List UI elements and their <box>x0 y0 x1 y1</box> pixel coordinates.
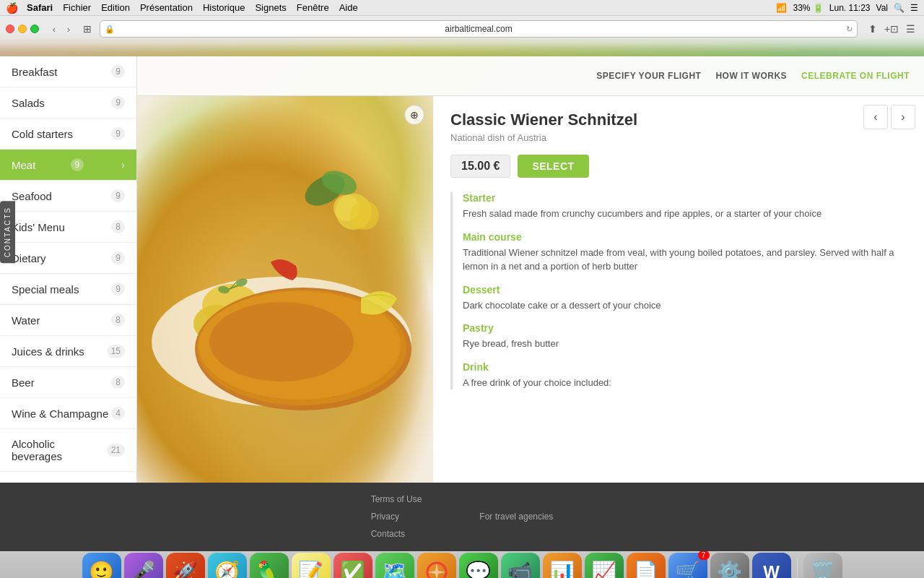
apple-menu[interactable]: 🍎 <box>6 2 18 14</box>
dock-launchpad[interactable]: 🚀 <box>166 553 205 578</box>
sidebar-toggle-button[interactable]: ⊞ <box>79 21 95 37</box>
address-bar[interactable]: 🔒 airbalticmeal.com ↻ <box>100 20 858 38</box>
nav-how-it-works[interactable]: HOW IT WORKS <box>715 71 787 81</box>
dock-messages[interactable]: 💬 <box>459 553 498 578</box>
course-description: Dark chocolate cake or a dessert of your… <box>463 298 907 313</box>
forward-button[interactable]: › <box>62 22 75 35</box>
user-name: Val <box>876 3 888 13</box>
nav-item-meat[interactable]: Meat 9 › <box>0 150 136 181</box>
nav-item-kids-menu[interactable]: Kids' Menu 8 <box>0 212 136 243</box>
nav-item-dietary[interactable]: Dietary 9 <box>0 243 136 274</box>
dock-word[interactable]: W <box>752 553 791 578</box>
dock-bird-app[interactable]: 🦜 <box>250 553 289 578</box>
menu-historique[interactable]: Historique <box>203 2 245 13</box>
course-starter: Starter Fresh salad made from crunchy cu… <box>463 192 907 221</box>
menu-safari[interactable]: Safari <box>27 2 53 13</box>
dock-numbers[interactable]: 📈 <box>585 553 624 578</box>
menu-aide[interactable]: Aide <box>339 2 358 13</box>
nav-count: 4 <box>111 407 125 420</box>
menu-presentation[interactable]: Présentation <box>140 2 193 13</box>
course-description: A free drink of your choice included: <box>463 376 907 390</box>
menu-signets[interactable]: Signets <box>255 2 286 13</box>
nav-item-special-meals[interactable]: Special meals 9 <box>0 274 136 305</box>
nav-label: Meat <box>12 159 35 171</box>
travel-agencies-link[interactable]: For travel agencies <box>479 508 553 525</box>
nav-specify-flight[interactable]: SPECIFY YOUR FLIGHT <box>596 71 701 81</box>
contacts-tab[interactable]: CONTACTS <box>0 201 15 263</box>
dock-reminders[interactable]: ✅ <box>334 553 372 578</box>
nav-label: Juices & drinks <box>12 345 84 358</box>
nav-label: Water <box>12 314 40 327</box>
course-main: Main course Traditional Wiener schnitzel… <box>463 231 907 274</box>
nav-item-water[interactable]: Water 8 <box>0 305 136 336</box>
sidebar-button[interactable]: ☰ <box>902 21 918 37</box>
detail-panel: Classic Wiener Schnitzel National dish o… <box>433 96 924 483</box>
terms-link[interactable]: Terms of Use <box>371 491 422 508</box>
zoom-button[interactable]: ⊕ <box>404 105 424 125</box>
nav-item-breakfast[interactable]: Breakfast 9 <box>0 56 136 87</box>
nav-label: Cold starters <box>12 128 73 140</box>
course-description: Rye bread, fresh butter <box>463 337 907 351</box>
nav-count: 9 <box>111 251 125 264</box>
nav-count: 21 <box>107 444 125 457</box>
dock-notes[interactable]: 📝 <box>292 553 331 578</box>
dock-photos[interactable] <box>417 553 456 578</box>
nav-count: 8 <box>111 314 125 327</box>
dock-finder[interactable]: 🙂 <box>82 553 121 578</box>
nav-item-wine[interactable]: Wine & Champagne 4 <box>0 398 136 429</box>
browser-toolbar: ‹ › ⊞ 🔒 airbalticmeal.com ↻ ⬆ +⊡ ☰ <box>0 16 924 42</box>
dock-keynote[interactable]: 📊 <box>543 553 582 578</box>
nav-count: 9 <box>111 65 125 78</box>
menu-edition[interactable]: Edition <box>101 2 130 13</box>
dock-system-prefs[interactable]: ⚙️ <box>710 553 749 578</box>
product-display: ⊕ ‹ › Classic Wiener Schnitzel National … <box>137 96 924 483</box>
price-area: 15.00 € SELECT <box>450 155 907 178</box>
dock-app-store[interactable]: 🛒 7 <box>668 553 707 578</box>
notification-icon[interactable]: ☰ <box>910 3 918 13</box>
dock-maps[interactable]: 🗺️ <box>375 553 414 578</box>
privacy-link[interactable]: Privacy <box>371 508 422 525</box>
nav-label: Kids' Menu <box>12 221 65 233</box>
close-window-button[interactable] <box>6 25 14 33</box>
maximize-window-button[interactable] <box>30 25 39 33</box>
food-image: ⊕ <box>137 96 433 483</box>
back-button[interactable]: ‹ <box>48 22 61 35</box>
nav-celebrate[interactable]: CELEBRATE ON FLIGHT <box>801 71 910 81</box>
refresh-icon[interactable]: ↻ <box>846 25 853 34</box>
dock-siri[interactable]: 🎤 <box>124 553 163 578</box>
nav-count: 9 <box>111 282 125 296</box>
nav-count: 15 <box>107 345 125 358</box>
nav-item-cold-starters[interactable]: Cold starters 9 <box>0 118 136 150</box>
nav-item-beer[interactable]: Beer 8 <box>0 367 136 398</box>
dock-pages[interactable]: 📄 <box>627 553 666 578</box>
course-dessert: Dessert Dark chocolate cake or a dessert… <box>463 284 907 313</box>
nav-item-salads[interactable]: Salads 9 <box>0 87 136 118</box>
nav-count: 9 <box>111 189 125 202</box>
select-button[interactable]: SELECT <box>518 155 588 178</box>
course-drink: Drink A free drink of your choice includ… <box>463 361 907 390</box>
course-title: Dessert <box>463 284 907 296</box>
food-image-content <box>137 96 433 483</box>
nav-item-seafood[interactable]: Seafood 9 <box>0 181 136 212</box>
dock-safari[interactable]: 🧭 <box>208 553 247 578</box>
wifi-icon: 📶 <box>776 3 787 13</box>
nav-label: Beer <box>12 376 35 389</box>
menu-fichier[interactable]: Fichier <box>63 2 91 13</box>
dock-trash[interactable]: 🗑️ <box>803 553 842 578</box>
price-display: 15.00 € <box>450 155 510 178</box>
nav-item-juices[interactable]: Juices & drinks 15 <box>0 336 136 367</box>
menu-fenetre[interactable]: Fenêtre <box>297 2 329 13</box>
nav-item-alcoholic[interactable]: Alcoholic beverages 21 <box>0 429 136 472</box>
spotlight-icon[interactable]: 🔍 <box>894 3 905 13</box>
dock: 🙂 🎤 🚀 🧭 🦜 📝 ✅ 🗺️ 💬 📹 📊 📈 📄 🛒 7 ⚙️ W <box>0 551 924 578</box>
contacts-link[interactable]: Contacts <box>371 525 422 543</box>
url-display: airbalticmeal.com <box>445 24 512 34</box>
course-pastry: Pastry Rye bread, fresh butter <box>463 322 907 351</box>
nav-label: Breakfast <box>12 66 57 78</box>
minimize-window-button[interactable] <box>18 25 27 33</box>
add-tab-button[interactable]: +⊡ <box>884 21 899 37</box>
dock-facetime[interactable]: 📹 <box>501 553 540 578</box>
left-nav: Breakfast 9 Salads 9 Cold starters 9 Mea… <box>0 56 137 483</box>
share-button[interactable]: ⬆ <box>865 21 881 37</box>
course-description: Fresh salad made from crunchy cucumbers … <box>463 207 907 221</box>
